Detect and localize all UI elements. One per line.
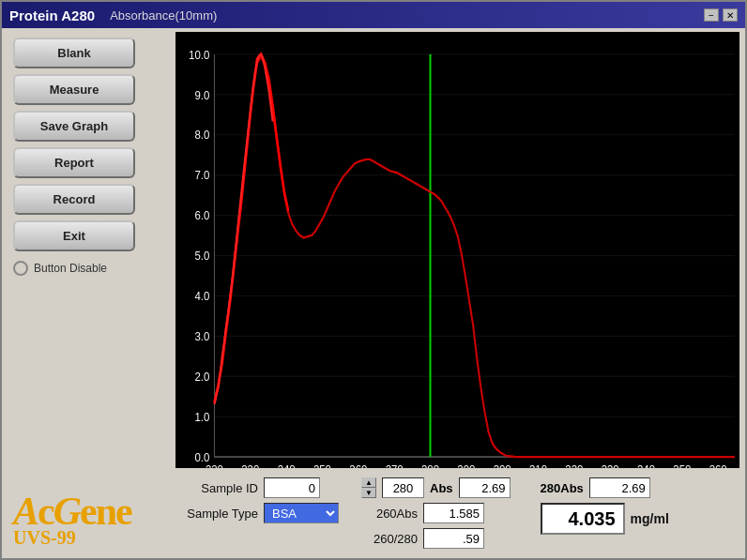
sidebar: Blank Measure Save Graph Report Record E… (2, 28, 175, 558)
main-window: Protein A280 Absorbance(10mm) − ✕ Blank … (0, 0, 747, 560)
svg-text:7.0: 7.0 (194, 169, 209, 183)
window-title: Protein A280 (9, 8, 95, 23)
svg-text:350: 350 (673, 462, 691, 468)
spinner-up[interactable]: ▲ (361, 477, 376, 488)
logo-text: AcGene (13, 492, 164, 531)
abs-280-label: 280Abs (541, 481, 584, 495)
svg-text:280: 280 (421, 462, 439, 468)
close-button[interactable]: ✕ (723, 8, 738, 22)
logo-area: AcGene UVS-99 (13, 484, 164, 549)
svg-text:8.0: 8.0 (194, 129, 209, 143)
svg-text:2.0: 2.0 (194, 370, 209, 384)
abs-260-input[interactable] (423, 503, 484, 523)
bottom-panel: Sample ID Sample Type BSA IgG Lysozyme (175, 472, 739, 554)
record-button[interactable]: Record (13, 184, 135, 215)
exit-button[interactable]: Exit (13, 220, 135, 251)
spinner-down[interactable]: ▼ (361, 488, 376, 498)
svg-text:4.0: 4.0 (194, 289, 209, 303)
svg-text:250: 250 (313, 462, 331, 468)
readings-section: ▲ ▼ Abs 260Abs 260/280 (361, 477, 511, 549)
concentration-value: 4.035 (569, 508, 616, 530)
svg-text:9.0: 9.0 (194, 88, 209, 102)
title-controls: − ✕ (704, 8, 738, 22)
title-bar: Protein A280 Absorbance(10mm) − ✕ (2, 2, 745, 28)
sample-id-label: Sample ID (183, 481, 258, 495)
concentration-unit: mg/ml (631, 511, 669, 526)
minimize-button[interactable]: − (704, 8, 719, 22)
svg-text:220: 220 (206, 462, 223, 468)
sample-form: Sample ID Sample Type BSA IgG Lysozyme (183, 477, 339, 523)
save-graph-button[interactable]: Save Graph (13, 111, 135, 142)
sample-type-select[interactable]: BSA IgG Lysozyme (264, 503, 339, 523)
concentration-display: 4.035 (541, 503, 625, 535)
chart-svg: 10.0 9.0 8.0 7.0 6.0 5.0 4.0 3.0 2.0 1.0… (175, 32, 739, 468)
sample-id-row: Sample ID (183, 477, 339, 498)
abs260-row: 260Abs (361, 503, 511, 523)
sample-type-label: Sample Type (183, 507, 258, 521)
blank-button[interactable]: Blank (13, 38, 135, 68)
svg-text:340: 340 (637, 462, 655, 468)
svg-text:320: 320 (565, 462, 583, 468)
measure-button[interactable]: Measure (13, 74, 135, 105)
svg-text:310: 310 (529, 462, 547, 468)
title-bar-left: Protein A280 Absorbance(10mm) (9, 8, 217, 23)
svg-text:300: 300 (494, 462, 511, 468)
svg-text:1.0: 1.0 (194, 410, 209, 424)
abs-label: Abs (430, 481, 453, 495)
abs-260-label: 260Abs (361, 507, 418, 521)
ratio-label: 260/280 (361, 532, 418, 546)
svg-text:260: 260 (349, 462, 367, 468)
svg-text:330: 330 (602, 462, 619, 468)
abs-280-row: 280Abs (541, 477, 669, 498)
window-subtitle: Absorbance(10mm) (110, 8, 217, 23)
chart-container: 10.0 9.0 8.0 7.0 6.0 5.0 4.0 3.0 2.0 1.0… (175, 32, 739, 468)
button-disable-row: Button Disable (13, 261, 164, 276)
logo-ene: ene (80, 490, 131, 533)
button-disable-label: Button Disable (34, 262, 107, 275)
svg-text:5.0: 5.0 (194, 249, 209, 263)
svg-text:270: 270 (386, 462, 404, 468)
abs-value-input[interactable] (459, 477, 511, 498)
svg-rect-0 (175, 32, 739, 468)
concentration-row: 4.035 mg/ml (541, 503, 669, 535)
svg-text:240: 240 (278, 462, 296, 468)
svg-text:290: 290 (457, 462, 475, 468)
result-section: 280Abs 4.035 mg/ml (541, 477, 669, 535)
wavelength-input[interactable] (382, 477, 424, 498)
wavelength-abs-row: ▲ ▼ Abs (361, 477, 511, 498)
ratio-row: 260/280 (361, 528, 511, 549)
svg-text:230: 230 (241, 462, 259, 468)
svg-text:3.0: 3.0 (194, 329, 209, 343)
content-area: Blank Measure Save Graph Report Record E… (2, 28, 745, 558)
abs-280-result[interactable] (589, 477, 650, 498)
svg-text:360: 360 (709, 462, 727, 468)
main-area: 10.0 9.0 8.0 7.0 6.0 5.0 4.0 3.0 2.0 1.0… (175, 28, 745, 558)
report-button[interactable]: Report (13, 147, 135, 178)
wavelength-spinner[interactable]: ▲ ▼ (361, 477, 376, 498)
sample-type-row: Sample Type BSA IgG Lysozyme (183, 503, 339, 523)
svg-text:6.0: 6.0 (194, 209, 209, 223)
svg-text:10.0: 10.0 (189, 48, 209, 62)
sample-id-input[interactable] (264, 477, 320, 498)
ratio-input[interactable] (423, 528, 484, 549)
button-disable-radio[interactable] (13, 261, 28, 276)
